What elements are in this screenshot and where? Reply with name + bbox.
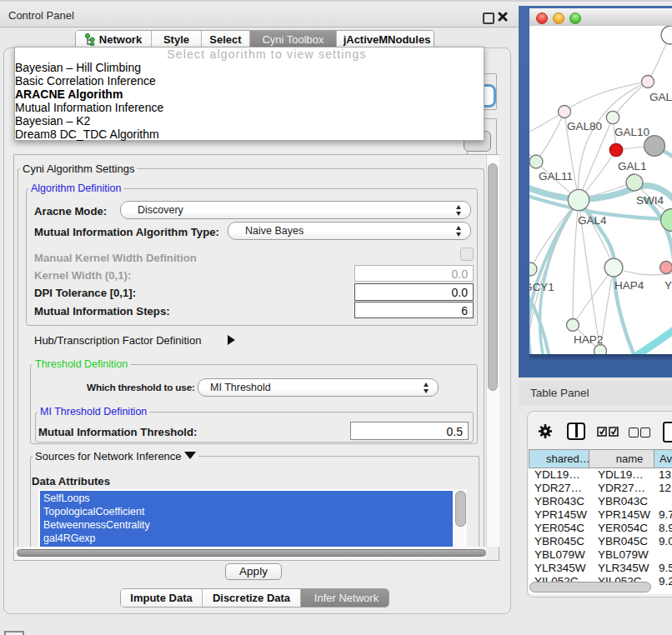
svg-text:GAL10: GAL10 [614,126,649,138]
svg-text:GAL1: GAL1 [618,160,647,172]
svg-text:SWI4: SWI4 [636,194,664,207]
svg-text:HAP4: HAP4 [614,279,644,292]
svg-text:Y: Y [664,279,672,292]
svg-text:GCY1: GCY1 [529,281,554,293]
svg-text:HAP2: HAP2 [574,333,603,346]
svg-text:GAL11: GAL11 [539,170,573,182]
svg-text:GAL: GAL [649,91,672,103]
svg-text:GAL4: GAL4 [578,214,607,227]
svg-text:GAL80: GAL80 [567,120,602,132]
